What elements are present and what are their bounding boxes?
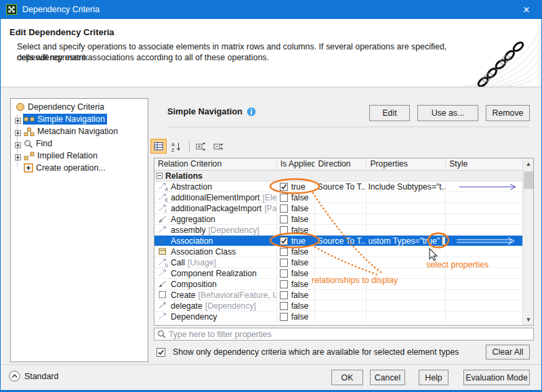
is-applied-checkbox[interactable] [280, 248, 288, 256]
is-applied-checkbox[interactable] [280, 259, 288, 267]
is-applied-checkbox[interactable] [280, 269, 288, 278]
svg-text:Z: Z [171, 146, 175, 152]
relations-group-row[interactable]: Relations [154, 171, 522, 181]
close-icon[interactable]: ✕ [514, 0, 539, 19]
direction-value: Source To T... [318, 182, 367, 192]
sort-az-icon[interactable]: AZ [168, 139, 184, 154]
table-row-delegate[interactable]: delegate[Dependency]false [154, 301, 522, 311]
is-applied-value: false [291, 301, 309, 311]
mode-switch[interactable]: Standard [9, 370, 58, 382]
footer-bar: Standard [1, 365, 541, 390]
grouped-view-icon[interactable] [150, 139, 167, 154]
metachain-navigation-icon [24, 127, 35, 136]
is-applied-checkbox[interactable] [280, 194, 288, 202]
is-applied-checkbox[interactable] [280, 204, 288, 213]
tree-item-simple-navigation[interactable]: Simple Navigation [11, 113, 148, 125]
column-header-style[interactable]: Style [446, 158, 522, 170]
is-applied-value: false [291, 247, 309, 257]
column-header-properties[interactable]: Properties [367, 158, 446, 170]
table-row-additionalelementimport[interactable]: EadditionalElementImport[Eleme...false [154, 192, 522, 203]
collapse-icon[interactable] [157, 173, 163, 179]
tree-item-find[interactable]: Find [11, 137, 148, 150]
vertical-scrollbar[interactable]: ▲ ▼ [522, 158, 533, 325]
relation-name: Aggregation [171, 215, 215, 224]
scrollbar-thumb[interactable] [524, 171, 533, 189]
column-header-direction[interactable]: Direction [315, 158, 367, 170]
panel-title-label: Simple Navigation [167, 106, 243, 116]
expand-icon[interactable] [15, 141, 21, 147]
cancel-button[interactable]: Cancel [370, 370, 405, 385]
table-row-association[interactable]: AssociationtrueSource To T...ustom Types… [154, 236, 522, 246]
chain-illustration [453, 19, 541, 89]
group-label: Relations [165, 171, 203, 181]
is-applied-checkbox[interactable] [280, 226, 288, 234]
filter-input[interactable] [169, 330, 533, 339]
is-applied-checkbox[interactable] [280, 183, 288, 191]
info-icon[interactable] [247, 107, 256, 116]
composition-icon [158, 280, 168, 288]
criteria-tree: Dependency CriteriaSimple NavigationMeta… [10, 98, 148, 362]
is-applied-value: true [291, 236, 306, 246]
column-header-relation-criterion[interactable]: Relation Criterion [154, 158, 277, 170]
is-applied-checkbox[interactable] [280, 215, 288, 223]
annotation-select-properties-label: select properties [426, 260, 488, 269]
clear-all-button[interactable]: Clear All [486, 345, 530, 360]
relation-name: Create [171, 290, 196, 300]
help-button[interactable]: Help [419, 370, 449, 385]
scroll-down-icon[interactable]: ▼ [523, 314, 534, 325]
table-header-row: Relation CriterionIs AppliedDirectionPro… [154, 158, 522, 171]
dependency-icon [158, 312, 168, 321]
table-row-create[interactable]: Create[BehavioralFeature, Usa...false [154, 290, 522, 301]
package-import-icon: I [158, 204, 168, 213]
expand-all-icon[interactable] [193, 139, 209, 154]
show-only-label: Show only dependency criteria which are … [173, 347, 459, 357]
tree-item-create-operation[interactable]: Create operation... [11, 162, 148, 174]
show-only-checkbox[interactable] [157, 348, 165, 357]
properties-value: Include Subtypes="t... [368, 182, 446, 192]
is-applied-checkbox[interactable] [280, 280, 288, 288]
is-applied-checkbox[interactable] [280, 302, 288, 310]
is-applied-checkbox[interactable] [280, 313, 288, 321]
relation-metatype: [Eleme... [262, 193, 276, 202]
implied-relation-icon [24, 152, 35, 160]
find-icon [24, 139, 33, 148]
tree-item-implied-relation[interactable]: Implied Relation [11, 150, 148, 162]
table-body: Relation CriterionIs AppliedDirectionPro… [154, 158, 522, 325]
tree-item-metachain-navigation[interactable]: Metachain Navigation [11, 125, 148, 137]
relation-name: delegate [171, 301, 203, 311]
remove-button[interactable]: Remove [486, 105, 530, 121]
table-row-association-class[interactable]: Association Classfalse [154, 246, 522, 257]
relation-name: assembly [171, 225, 205, 235]
dialog-header: Edit Dependency Criteria Select and spec… [1, 19, 541, 87]
table-row-abstraction[interactable]: AAbstractiontrueSource To T...Include Su… [154, 181, 522, 192]
table-row-assembly[interactable]: assembly[Dependency]false [154, 225, 522, 236]
relation-name: Association [171, 236, 213, 246]
expand-icon[interactable] [15, 129, 21, 135]
expand-icon[interactable] [15, 116, 21, 123]
use-as-button[interactable]: Use as... [417, 105, 478, 121]
is-applied-checkbox[interactable] [280, 291, 288, 299]
call-icon: U [158, 258, 168, 267]
relation-name: Component Realization [171, 269, 257, 278]
table-row-aggregation[interactable]: Aggregationfalse [154, 214, 522, 225]
tree-item-label: Metachain Navigation [37, 127, 118, 136]
ok-button[interactable]: OK [331, 370, 363, 385]
relation-criteria-table: Relation CriterionIs AppliedDirectionPro… [154, 158, 534, 326]
toolbar-separator [189, 141, 190, 152]
delegate-icon [158, 301, 168, 310]
is-applied-checkbox[interactable] [280, 237, 288, 245]
edit-button[interactable]: Edit [369, 105, 410, 121]
table-row-dependency[interactable]: Dependencyfalse [154, 311, 522, 322]
association-icon [158, 236, 168, 245]
relation-name: additionalElementImport [171, 193, 259, 202]
relation-metatype: [BehavioralFeature, Usa... [199, 290, 277, 300]
filter-field[interactable] [154, 328, 534, 341]
expand-icon[interactable] [15, 153, 21, 159]
is-applied-value: false [291, 280, 309, 289]
scroll-up-icon[interactable]: ▲ [523, 158, 534, 169]
collapse-all-icon[interactable] [211, 139, 227, 154]
tree-item-dependency-criteria[interactable]: Dependency Criteria [11, 101, 148, 113]
column-header-is-applied[interactable]: Is Applied [277, 158, 315, 170]
table-row-additionalpackageimport[interactable]: IadditionalPackageImport[Packa...false [154, 203, 522, 214]
evaluation-mode-button[interactable]: Evaluation Mode [463, 370, 530, 385]
